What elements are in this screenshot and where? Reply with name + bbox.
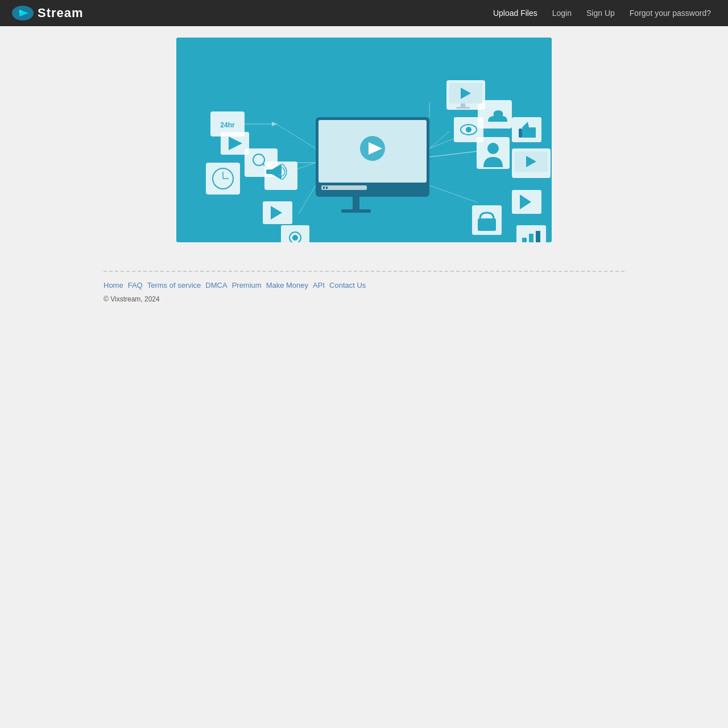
nav-signup[interactable]: Sign Up (581, 5, 621, 21)
svg-rect-32 (266, 169, 272, 174)
svg-point-43 (487, 143, 499, 154)
footer: Home FAQ Terms of service DMCA Premium M… (68, 271, 660, 303)
header: Stream Upload Files Login Sign Up Forgot… (0, 0, 728, 26)
nav-forgot[interactable]: Forgot your password? (624, 5, 717, 21)
hero-illustration: 24hr (176, 38, 552, 242)
svg-rect-37 (461, 104, 465, 107)
logo-icon (11, 5, 34, 21)
nav-login[interactable]: Login (547, 5, 577, 21)
svg-rect-11 (321, 185, 367, 190)
svg-rect-56 (519, 129, 522, 138)
svg-rect-49 (522, 238, 527, 242)
footer-link-contact[interactable]: Contact Us (329, 281, 366, 289)
footer-link-home[interactable]: Home (104, 281, 123, 289)
svg-point-29 (292, 235, 298, 241)
footer-link-api[interactable]: API (313, 281, 325, 289)
footer-divider (104, 271, 624, 272)
svg-rect-50 (529, 234, 533, 242)
footer-link-terms[interactable]: Terms of service (147, 281, 201, 289)
svg-point-2 (19, 10, 22, 13)
svg-rect-38 (456, 107, 470, 109)
nav-upload[interactable]: Upload Files (487, 5, 543, 21)
nav-links: Upload Files Login Sign Up Forgot your p… (487, 5, 717, 21)
main-content: 24hr (108, 26, 620, 254)
logo-text: Stream (38, 6, 84, 20)
svg-rect-6 (353, 197, 359, 210)
svg-rect-7 (341, 209, 371, 213)
svg-point-54 (466, 127, 471, 133)
svg-rect-47 (478, 218, 496, 231)
footer-link-make-money[interactable]: Make Money (266, 281, 308, 289)
footer-link-dmca[interactable]: DMCA (205, 281, 227, 289)
hero-image: 24hr (176, 38, 552, 242)
svg-rect-51 (536, 231, 540, 242)
svg-rect-12 (323, 187, 325, 189)
footer-link-premium[interactable]: Premium (232, 281, 262, 289)
logo-area: Stream (11, 5, 84, 21)
copyright: © Vixstream, 2024 (104, 295, 624, 303)
svg-rect-13 (326, 187, 328, 189)
svg-text:24hr: 24hr (220, 121, 235, 129)
footer-link-faq[interactable]: FAQ (128, 281, 143, 289)
footer-links: Home FAQ Terms of service DMCA Premium M… (104, 281, 624, 289)
